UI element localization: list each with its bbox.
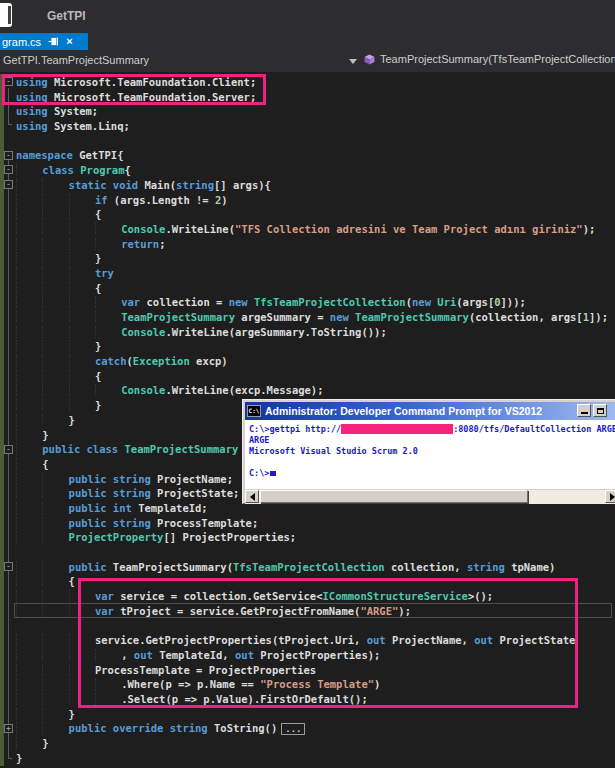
code-line: if (args.Length != 2) [16, 193, 608, 208]
console-icon: C:\ [247, 405, 261, 417]
code-line: static void Main(string[] args){ [16, 178, 608, 193]
tab-program-cs[interactable]: gram.cs × [0, 33, 88, 50]
code-line: { [16, 574, 608, 589]
code-line: var tProject = service.GetProjectFromNam… [16, 604, 608, 619]
code-line: var service = collection.GetService<ICom… [16, 589, 608, 604]
code-line: public override string ToString()... [16, 721, 608, 736]
code-line: } [16, 339, 608, 354]
command-prompt-window[interactable]: C:\ Administrator: Developer Command Pro… [242, 399, 615, 504]
close-icon[interactable]: × [66, 36, 72, 47]
console-line: ARGE [249, 435, 615, 446]
code-line: try [16, 266, 608, 281]
fold-collapse-icon[interactable]: - [4, 180, 13, 189]
fold-collapse-icon[interactable]: - [4, 562, 13, 571]
code-line: } [16, 751, 608, 766]
maximize-icon[interactable] [593, 404, 607, 417]
code-line: } [16, 707, 608, 722]
dropdown-arrow-icon[interactable] [349, 59, 357, 64]
console-line: C:\>gettpi http://:8080/tfs/DefaultColle… [249, 424, 615, 435]
console-output[interactable]: C:\>gettpi http://:8080/tfs/DefaultColle… [245, 420, 615, 489]
console-title: Administrator: Developer Command Prompt … [265, 405, 542, 417]
code-line: , out TemplateId, out ProjectProperties)… [16, 648, 608, 663]
vs-title-bar: GetTPI [0, 0, 615, 33]
code-line: ProjectProperty[] ProjectProperties; [16, 530, 608, 545]
fold-collapse-icon[interactable]: - [4, 445, 13, 454]
console-line: Microsoft Visual Studio Scrum 2.0 [249, 446, 615, 457]
console-line: C:\> [249, 468, 615, 479]
code-line: { [16, 207, 608, 222]
fold-line-foot [8, 758, 12, 759]
method-icon [364, 54, 375, 65]
fold-collapse-icon[interactable]: - [4, 151, 13, 160]
code-line: using Microsoft.TeamFoundation.Client; [16, 75, 608, 90]
scroll-right-icon[interactable] [605, 490, 615, 503]
console-cursor [270, 471, 276, 476]
code-line: public string ProcessTemplate; [16, 516, 608, 531]
fold-line [8, 158, 9, 758]
scroll-left-icon[interactable] [245, 490, 259, 503]
code-line: Console.WriteLine(excp.Message); [16, 383, 608, 398]
code-line: catch(Exception excp) [16, 354, 608, 369]
code-line: namespace GetTPI{ [16, 148, 608, 163]
code-line: { [16, 369, 608, 384]
code-line [16, 134, 608, 149]
pin-icon[interactable] [48, 36, 59, 47]
code-line: Console.WriteLine("TFS Collection adresi… [16, 222, 608, 237]
fold-line [8, 88, 9, 124]
member-dropdown-label: TeamProjectSummary(TfsTeamProjectCollect… [380, 53, 615, 65]
navigation-bar: GetTPI.TeamProjectSummary TeamProjectSum… [0, 50, 615, 72]
code-line: ProcessTemplate = ProjectProperties [16, 663, 608, 678]
tab-label: gram.cs [2, 36, 41, 48]
fold-line-foot [8, 124, 12, 125]
screenshot-root: { "window": { "title": "GetTPI" }, "tab"… [0, 0, 615, 768]
redaction-overlay [341, 424, 453, 434]
code-line: using Microsoft.TeamFoundation.Server; [16, 90, 608, 105]
code-line [16, 618, 608, 633]
code-line: service.GetProjectProperties(tProject.Ur… [16, 633, 608, 648]
code-line [16, 545, 608, 560]
app-icon [0, 3, 12, 27]
fold-expand-icon[interactable]: + [4, 724, 13, 733]
fold-collapse-icon[interactable]: - [4, 77, 13, 86]
code-line: Console.WriteLine(argeSummary.ToString()… [16, 325, 608, 340]
code-line: .Select(p => p.Value).FirstOrDefault(); [16, 692, 608, 707]
code-line: TeamProjectSummary argeSummary = new Tea… [16, 310, 608, 325]
tab-strip: gram.cs × [0, 33, 615, 50]
code-line: using System; [16, 104, 608, 119]
code-line: { [16, 281, 608, 296]
code-line: using System.Linq; [16, 119, 608, 134]
member-dropdown[interactable]: TeamProjectSummary(TfsTeamProjectCollect… [364, 53, 615, 65]
code-line: } [16, 251, 608, 266]
type-dropdown[interactable]: GetTPI.TeamProjectSummary [3, 54, 149, 66]
code-line: return; [16, 237, 608, 252]
scrollbar-thumb[interactable] [260, 490, 528, 503]
console-title-bar[interactable]: C:\ Administrator: Developer Command Pro… [245, 402, 615, 420]
minimize-icon[interactable] [577, 404, 591, 417]
console-hscrollbar[interactable] [245, 490, 615, 504]
code-line: } [16, 736, 608, 751]
code-line: public TeamProjectSummary(TfsTeamProject… [16, 560, 608, 575]
window-title: GetTPI [47, 9, 86, 23]
fold-collapse-icon[interactable]: - [4, 165, 13, 174]
code-line: .Where(p => p.Name == "Process Template"… [16, 677, 608, 692]
code-line: var collection = new TfsTeamProjectColle… [16, 295, 608, 310]
fold-margin: ------+ [0, 72, 16, 768]
console-line [249, 457, 615, 468]
code-line: class Program{ [16, 163, 608, 178]
